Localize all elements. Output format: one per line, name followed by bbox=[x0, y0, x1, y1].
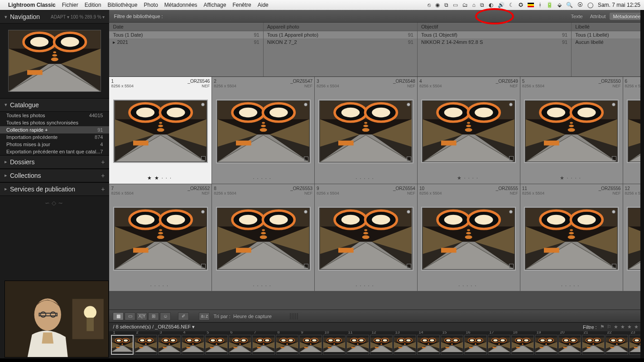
disclosure-triangle-icon[interactable]: ▸ bbox=[5, 172, 7, 178]
status-icon[interactable]: ▭ bbox=[453, 2, 458, 8]
filmstrip-thumb[interactable]: 11 bbox=[346, 335, 369, 355]
rating-stars[interactable]: ····· bbox=[111, 282, 210, 289]
status-icon[interactable]: 🗂 bbox=[462, 2, 468, 8]
rating-star-icon[interactable]: ★ bbox=[634, 324, 639, 329]
compare-view-button[interactable]: X|Y bbox=[136, 312, 147, 320]
filmstrip-thumb[interactable]: 7 bbox=[252, 335, 275, 355]
color-label-swatch[interactable] bbox=[295, 313, 296, 319]
thumbnail-image[interactable] bbox=[114, 208, 207, 270]
thumbnail-image[interactable] bbox=[525, 100, 618, 162]
rating-star-icon[interactable]: ★ bbox=[614, 324, 618, 329]
color-label-swatch[interactable] bbox=[290, 313, 291, 319]
menu-item[interactable]: Métadonnées bbox=[164, 2, 197, 8]
navigation-zoom-meta[interactable]: ADAPT ▾ 100 % 289.9 % ▾ bbox=[51, 14, 105, 19]
filmstrip[interactable]: 1234567891011121314151617181920212223242… bbox=[109, 331, 644, 358]
add-icon[interactable]: + bbox=[101, 158, 105, 166]
add-icon[interactable]: + bbox=[101, 186, 105, 193]
rating-stars[interactable]: ····· bbox=[522, 282, 621, 289]
catalog-row[interactable]: Toutes les photos44015 bbox=[0, 112, 109, 119]
status-icon[interactable]: ⧉ bbox=[444, 2, 448, 8]
filmstrip-thumb[interactable]: 13 bbox=[394, 335, 416, 355]
filmstrip-thumb[interactable]: 17 bbox=[488, 335, 510, 355]
menu-item[interactable]: Edition bbox=[85, 2, 101, 8]
thumbnail-image[interactable] bbox=[319, 100, 412, 162]
grid-cell[interactable]: 1_ORZ6546 8256 x 5504NEF ★★··· bbox=[109, 77, 211, 184]
status-icon[interactable]: ✪ bbox=[519, 2, 523, 8]
survey-view-button[interactable]: ⊞ bbox=[148, 312, 159, 320]
grid-cell[interactable]: 9_ORZ6554 8256 x 5504NEF ····· bbox=[315, 184, 417, 291]
status-icon[interactable]: ⌂ bbox=[472, 2, 476, 8]
filmstrip-thumb[interactable]: 14 bbox=[417, 335, 440, 355]
thumbnail-image[interactable] bbox=[525, 208, 618, 270]
grid-cell[interactable]: 4_ORZ6549 8256 x 5504NEF ★···· bbox=[418, 77, 520, 184]
filmstrip-thumb[interactable]: 10 bbox=[323, 335, 346, 355]
thumbnail-image[interactable] bbox=[319, 208, 412, 270]
grid-cell[interactable]: 8_ORZ6553 8256 x 5504NEF ····· bbox=[212, 184, 314, 291]
filmstrip-thumb[interactable]: 1 bbox=[111, 335, 134, 355]
grid-cell[interactable]: 5_ORZ6550 8256 x 5504NEF ★···· bbox=[520, 77, 623, 184]
filmstrip-thumb[interactable]: 22 bbox=[606, 335, 628, 355]
metadata-row[interactable]: NIKKOR Z 14-24mm f/2.8 S91 bbox=[418, 38, 571, 46]
rating-stars[interactable]: ····· bbox=[419, 282, 518, 289]
app-name[interactable]: Lightroom Classic bbox=[8, 2, 56, 8]
filter-tab[interactable]: Métadonnées bbox=[610, 13, 644, 20]
bluetooth-icon[interactable]: ᚼ bbox=[538, 2, 542, 8]
sort-value[interactable]: Heure de capture bbox=[233, 314, 272, 319]
sort-direction-button[interactable]: a↓z bbox=[199, 312, 210, 320]
clock[interactable]: Sam. 7 mai 12:25 bbox=[598, 2, 640, 8]
catalog-row[interactable]: Exportation précédente en tant que catal… bbox=[0, 148, 109, 155]
menu-item[interactable]: Photo bbox=[144, 2, 158, 8]
search-icon[interactable]: 🔍 bbox=[566, 2, 573, 8]
rating-stars[interactable]: ····· bbox=[317, 282, 415, 289]
filmstrip-thumb[interactable]: 4 bbox=[182, 335, 204, 355]
metadata-column-header[interactable]: Libellé bbox=[572, 23, 644, 31]
menu-item[interactable]: Bibliothèque bbox=[107, 2, 137, 8]
rating-star-icon[interactable]: ★ bbox=[627, 324, 632, 329]
filmstrip-thumb[interactable]: 15 bbox=[441, 335, 463, 355]
rating-stars[interactable]: ····· bbox=[214, 282, 312, 289]
grid-cell[interactable]: 11_ORZ6556 8256 x 5504NEF ····· bbox=[520, 184, 623, 291]
flag-pick-icon[interactable]: ⚑ bbox=[600, 324, 605, 329]
battery-icon[interactable]: 🔋 bbox=[546, 2, 553, 8]
filmstrip-thumb[interactable]: 21 bbox=[582, 335, 605, 355]
folders-panel-header[interactable]: ▸ Dossiers + bbox=[0, 155, 109, 169]
grid-cell[interactable]: 10_ORZ6555 8256 x 5504NEF ····· bbox=[418, 184, 520, 291]
loupe-view-button[interactable]: ▭ bbox=[125, 312, 135, 320]
people-view-button[interactable]: ☺ bbox=[160, 312, 171, 320]
rating-stars[interactable]: ★···· bbox=[419, 174, 518, 182]
status-icon[interactable]: ☾ bbox=[509, 2, 514, 8]
grid-cell[interactable]: 3_ORZ6548 8256 x 5504NEF ····· bbox=[315, 77, 417, 184]
disclosure-triangle-icon[interactable]: ▾ bbox=[5, 102, 7, 108]
rating-stars[interactable]: ····· bbox=[317, 175, 415, 182]
status-icon[interactable]: 🔊 bbox=[498, 2, 505, 8]
metadata-row[interactable]: Tous (1 Date)91 bbox=[109, 31, 263, 38]
catalog-row[interactable]: Importation précédente874 bbox=[0, 133, 109, 141]
filmstrip-thumb[interactable]: 9 bbox=[299, 335, 322, 355]
metadata-row[interactable]: Tous (1 Appareil photo)91 bbox=[264, 31, 417, 38]
filmstrip-thumb[interactable]: 19 bbox=[535, 335, 557, 355]
menu-item[interactable]: Aide bbox=[258, 2, 269, 8]
grid-cell[interactable]: 7_ORZ6552 8256 x 5504NEF ····· bbox=[109, 184, 211, 291]
menu-item[interactable]: Fenêtre bbox=[232, 2, 251, 8]
rating-stars[interactable]: ····· bbox=[214, 175, 312, 182]
grid-scroll[interactable]: 1_ORZ6546 8256 x 5504NEF ★★··· 2_ORZ6547… bbox=[109, 77, 644, 310]
thumbnail-image[interactable] bbox=[422, 100, 515, 162]
rating-star-icon[interactable]: ★ bbox=[620, 324, 625, 329]
thumbnail-image[interactable] bbox=[422, 208, 515, 270]
status-icon[interactable]: ⧉ bbox=[480, 2, 484, 8]
flag-reject-icon[interactable]: ⚐ bbox=[607, 324, 611, 329]
metadata-column-header[interactable]: Objectif bbox=[418, 23, 571, 31]
control-center-icon[interactable]: ⦿ bbox=[577, 2, 583, 8]
filmstrip-thumb[interactable]: 8 bbox=[276, 335, 298, 355]
filmstrip-thumb[interactable]: 18 bbox=[511, 335, 534, 355]
right-panel-collapsed[interactable] bbox=[640, 10, 644, 358]
filmstrip-thumb[interactable]: 20 bbox=[558, 335, 581, 355]
metadata-row[interactable]: NIKON Z 7_291 bbox=[264, 38, 417, 46]
filmstrip-thumb[interactable]: 3 bbox=[158, 335, 181, 355]
metadata-column-header[interactable]: Date bbox=[109, 23, 263, 31]
menu-item[interactable]: Affichage bbox=[204, 2, 226, 8]
metadata-row[interactable]: Tous (1 Objectif)91 bbox=[418, 31, 571, 38]
catalog-row[interactable]: Toutes les photos synchronisées bbox=[0, 119, 109, 126]
filmstrip-thumb[interactable]: 2 bbox=[135, 335, 157, 355]
color-label-swatch[interactable] bbox=[293, 313, 294, 319]
